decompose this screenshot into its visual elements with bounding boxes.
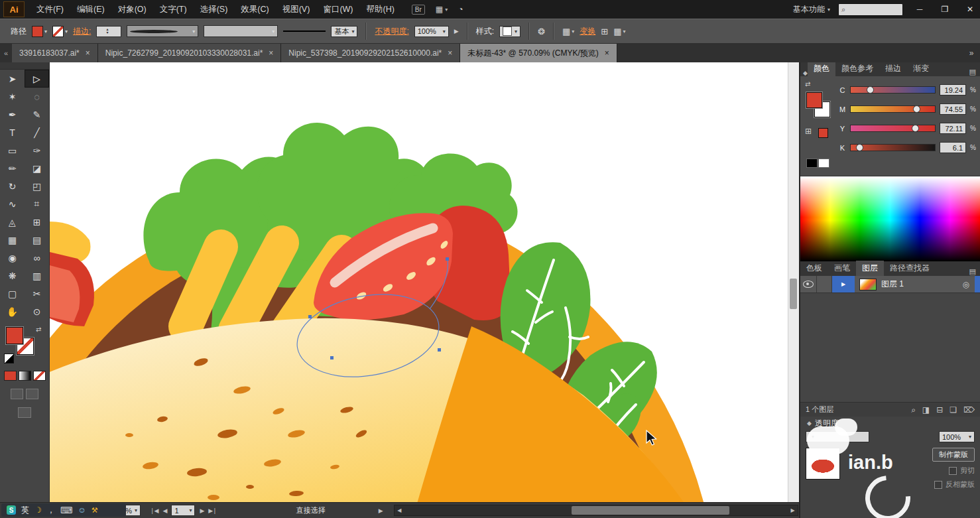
sogou-logo-icon[interactable]: S: [7, 505, 16, 515]
menu-item[interactable]: 对象(O): [111, 0, 153, 19]
color-mode-button[interactable]: [4, 371, 17, 381]
status-flyout-icon[interactable]: ▶: [379, 507, 383, 514]
ime-emoji-icon[interactable]: ☺: [78, 505, 86, 515]
pen-tool[interactable]: ✒: [0, 105, 25, 123]
default-colors-icon[interactable]: [4, 354, 14, 363]
gradient-tool[interactable]: ▤: [25, 231, 49, 249]
ime-settings-icon[interactable]: ⚒: [92, 506, 98, 515]
vertical-scrollbar-thumb[interactable]: [790, 279, 797, 309]
lasso-tool[interactable]: ◌: [25, 88, 49, 105]
gradient-mode-button[interactable]: [19, 371, 31, 381]
tab-layers[interactable]: 图层: [856, 261, 884, 276]
opacity-flyout-icon[interactable]: ▶: [454, 28, 459, 34]
stroke-color-picker[interactable]: ▾: [52, 26, 68, 37]
target-icon[interactable]: ◎: [963, 280, 969, 289]
recolor-artwork-icon[interactable]: ❂: [538, 27, 545, 36]
color-spectrum[interactable]: [800, 176, 980, 262]
menu-item[interactable]: 文件(F): [30, 0, 70, 19]
next-artboard-icon[interactable]: ▶: [200, 507, 204, 514]
horizontal-scrollbar-thumb[interactable]: [572, 506, 729, 515]
make-mask-button[interactable]: 制作蒙版: [932, 448, 975, 462]
menu-item[interactable]: 帮助(H): [360, 0, 401, 19]
black-slider[interactable]: [850, 144, 936, 151]
menu-item[interactable]: 选择(S): [194, 0, 235, 19]
ime-punctuation-icon[interactable]: ，: [47, 505, 55, 516]
minimize-button[interactable]: ─: [911, 5, 928, 14]
tab-color-guide[interactable]: 颜色参考: [835, 62, 879, 76]
tab-overflow-icon[interactable]: »: [963, 44, 980, 62]
layer-expand-cell[interactable]: ▶: [832, 276, 855, 292]
ime-language-toggle[interactable]: 英: [21, 505, 29, 516]
ime-fullhalf-icon[interactable]: ☽: [34, 505, 42, 515]
first-artboard-icon[interactable]: ❘◀: [150, 507, 158, 514]
slice-tool[interactable]: ✂: [25, 285, 49, 302]
magenta-slider[interactable]: [850, 105, 936, 113]
isolate-selection-icon[interactable]: ⊞: [601, 27, 608, 36]
magic-wand-tool[interactable]: ✶: [0, 88, 25, 105]
tab-gradient[interactable]: 渐变: [907, 62, 935, 76]
fill-proxy-swatch[interactable]: [6, 327, 23, 344]
shape-builder-tool[interactable]: ◬: [0, 213, 25, 231]
symbol-sprayer-tool[interactable]: ❋: [0, 267, 25, 285]
layer-thumbnail[interactable]: [859, 279, 877, 291]
blend-mode-select[interactable]: ▾: [806, 431, 869, 442]
new-layer-icon[interactable]: ❏: [949, 405, 957, 415]
screen-mode-button[interactable]: [18, 407, 31, 418]
stepper-icons[interactable]: ▴▾: [106, 28, 108, 34]
align-icon[interactable]: ▦▾: [562, 27, 574, 36]
close-button[interactable]: ✕: [961, 5, 979, 14]
menu-item[interactable]: 文字(T): [153, 0, 194, 19]
graph-tool[interactable]: ▥: [25, 267, 49, 285]
more-options-icon[interactable]: ▦▾: [613, 27, 625, 36]
cyan-value-input[interactable]: 19.24: [940, 84, 966, 96]
tab-brushes[interactable]: 画笔: [828, 261, 856, 276]
line-segment-tool[interactable]: ╱: [25, 123, 49, 141]
tomato-left-chunk[interactable]: [50, 252, 94, 326]
mesh-tool[interactable]: ▦: [0, 231, 25, 249]
clip-checkbox[interactable]: [949, 467, 957, 475]
type-tool[interactable]: T: [0, 123, 25, 141]
transparency-opacity-select[interactable]: 100%▾: [939, 431, 975, 442]
brush-definition-select[interactable]: ▾: [204, 25, 278, 37]
fill-color-picker[interactable]: ▾: [32, 26, 47, 37]
scale-tool[interactable]: ◰: [25, 177, 49, 195]
anchor-point-tool[interactable]: ✎: [25, 105, 49, 123]
pencil-tool[interactable]: ✏: [0, 159, 25, 177]
object-thumbnail[interactable]: [806, 448, 840, 480]
draw-behind-button[interactable]: [26, 389, 38, 399]
clipping-mask-icon[interactable]: ◨: [922, 405, 930, 415]
app-logo[interactable]: Ai: [3, 1, 25, 17]
locate-object-icon[interactable]: ⌕: [911, 405, 916, 415]
menu-item[interactable]: 视图(V): [276, 0, 317, 19]
width-profile-select[interactable]: ▾: [127, 25, 198, 37]
scrollbar-track[interactable]: [404, 505, 788, 515]
invert-mask-checkbox-row[interactable]: 反相蒙版: [934, 480, 975, 489]
clip-checkbox-row[interactable]: 剪切: [949, 466, 975, 476]
paintbrush-tool[interactable]: ✑: [25, 141, 49, 159]
close-tab-icon[interactable]: ×: [269, 48, 273, 58]
delete-layer-icon[interactable]: ⌦: [963, 405, 975, 415]
slider-knob[interactable]: [856, 144, 863, 151]
blob-brush-tool[interactable]: ◪: [25, 159, 49, 177]
fill-proxy[interactable]: [806, 92, 822, 108]
bridge-icon[interactable]: Br: [412, 5, 425, 15]
yellow-slider[interactable]: [850, 125, 936, 132]
rectangle-tool[interactable]: ▭: [0, 141, 25, 159]
free-transform-tool[interactable]: ⌗: [25, 195, 49, 213]
direct-selection-tool[interactable]: ▷: [25, 70, 49, 88]
gamut-swatch[interactable]: [818, 128, 828, 138]
black-value-input[interactable]: 6.1: [940, 142, 966, 153]
opacity-select[interactable]: 100%▾: [414, 26, 449, 37]
document-tab[interactable]: Nipic_7262799_20190920103330028031.ai*×: [98, 44, 282, 62]
layer-row[interactable]: ▶ 图层 1 ◎: [800, 276, 980, 293]
workspace-switcher[interactable]: 基本功能▾: [793, 4, 830, 15]
prev-artboard-icon[interactable]: ◀: [162, 507, 166, 514]
artboard-number-select[interactable]: 1▾: [171, 505, 195, 516]
tab-stroke[interactable]: 描边: [879, 62, 907, 76]
opacity-link[interactable]: 不透明度:: [375, 26, 408, 37]
tools-panel-grip[interactable]: [0, 62, 49, 70]
zoom-tool[interactable]: ⊙: [25, 302, 49, 320]
document-canvas[interactable]: [50, 62, 788, 502]
selection-tool[interactable]: ➤: [0, 70, 25, 88]
vertical-scrollbar[interactable]: [788, 62, 799, 502]
